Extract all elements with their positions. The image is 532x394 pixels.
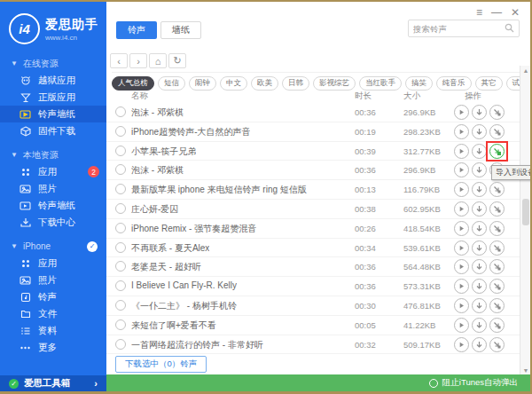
sidebar-item-profile[interactable]: 资料 <box>0 322 106 339</box>
download-button[interactable] <box>472 337 487 352</box>
sidebar-item-ringtone[interactable]: 铃声 <box>0 288 106 305</box>
category-pill[interactable]: 纯音乐 <box>436 76 472 91</box>
row-checkbox[interactable] <box>115 146 126 156</box>
import-to-device-button[interactable] <box>489 279 505 294</box>
row-checkbox[interactable] <box>115 126 126 137</box>
table-row[interactable]: 泡沫 - 邓紫棋 00:36 296.9KB <box>106 161 520 180</box>
play-button[interactable] <box>454 337 469 352</box>
scrollbar-thumb[interactable] <box>522 199 529 225</box>
sidebar-item-photos[interactable]: 照片 <box>0 272 106 288</box>
category-pill[interactable]: 人气总榜 <box>112 76 154 91</box>
import-to-device-button[interactable] <box>489 221 505 236</box>
download-selected-button[interactable]: 下载选中（0）铃声 <box>115 356 207 373</box>
sidebar-item-firmware-download[interactable]: 固件下载 <box>0 122 106 139</box>
home-button[interactable]: ⌂ <box>149 53 167 68</box>
download-button[interactable] <box>472 105 487 120</box>
play-button[interactable] <box>454 182 469 197</box>
sidebar-item-ringtone-wallpaper[interactable]: 铃声墙纸 <box>0 197 106 214</box>
table-row[interactable]: iPhone超赞铃声-大自然的声音 00:19 298.23KB <box>106 122 520 142</box>
play-button[interactable] <box>454 298 469 313</box>
sidebar-section-header[interactable]: ▼iPhone✓ <box>0 238 106 255</box>
sidebar-item-ringtone-wallpaper[interactable]: 铃声墙纸 <box>0 106 106 122</box>
toolbox-bar[interactable]: ✓ 爱思工具箱 › <box>0 375 106 391</box>
play-button[interactable] <box>454 279 469 294</box>
row-checkbox[interactable] <box>115 261 126 272</box>
import-to-device-button[interactable] <box>489 105 505 120</box>
import-to-device-button[interactable] <box>489 298 505 313</box>
play-button[interactable] <box>454 240 469 256</box>
category-pill[interactable]: 闹钟 <box>189 76 216 91</box>
category-pill[interactable]: 其它 <box>475 76 503 91</box>
import-to-device-button[interactable] <box>489 337 505 352</box>
play-button[interactable] <box>454 221 469 236</box>
minimize-icon[interactable]: — <box>491 7 502 18</box>
download-button[interactable] <box>472 279 487 294</box>
sidebar-item-download-center[interactable]: 下载中心 <box>0 214 106 231</box>
category-pill[interactable]: 短信 <box>158 76 185 91</box>
table-row[interactable]: 一首网络超流行的铃声 - 非常好听 00:32 509.17KB <box>106 335 520 355</box>
table-row[interactable]: 小苹果-筷子兄弟 00:39 312.77KB <box>106 142 520 162</box>
download-button[interactable] <box>472 298 487 313</box>
table-row[interactable]: 老婆是天 - 超好听 00:36 564.48KB <box>106 257 520 277</box>
category-pill[interactable]: 欧美 <box>251 76 278 91</box>
category-pill[interactable]: 日韩 <box>282 76 309 91</box>
category-pill[interactable]: 搞笑 <box>405 76 433 91</box>
row-checkbox[interactable] <box>115 164 126 175</box>
refresh-button[interactable]: ↻ <box>168 53 186 68</box>
sidebar-item-photos[interactable]: 照片 <box>0 180 106 197</box>
download-button[interactable] <box>472 240 487 256</box>
sidebar-item-jailbreak-apps[interactable]: 越狱应用 <box>0 72 106 89</box>
import-to-device-button[interactable] <box>489 201 505 217</box>
sidebar-section-header[interactable]: ▼本地资源 <box>0 146 106 163</box>
sidebar-item-genuine-apps[interactable]: 正版应用 <box>0 89 106 106</box>
sidebar-item-apps-grid[interactable]: 应用 <box>0 255 106 272</box>
import-to-device-button[interactable] <box>489 182 505 197</box>
download-button[interactable] <box>472 144 487 159</box>
tab-wallpaper[interactable]: 墙纸 <box>160 21 201 39</box>
sidebar-item-files[interactable]: 文件 <box>0 305 106 322</box>
download-button[interactable] <box>472 221 487 236</box>
search-icon[interactable] <box>505 20 514 36</box>
category-pill[interactable]: 中文 <box>220 76 247 91</box>
import-to-device-button[interactable] <box>489 144 505 159</box>
import-to-device-button[interactable] <box>489 124 505 139</box>
menu-icon[interactable]: ≡ <box>476 7 482 18</box>
category-pill[interactable]: 影视综艺 <box>313 76 356 91</box>
sidebar-item-more-dots[interactable]: 更多 <box>0 339 106 356</box>
download-button[interactable] <box>472 162 487 177</box>
table-row[interactable]: 庄心妍-爱囚 00:38 602.95KB <box>106 200 520 219</box>
table-row[interactable]: iPhone Remix - 强节奏超赞混音 00:26 418.54KB <box>106 219 520 239</box>
play-button[interactable] <box>454 162 469 177</box>
forward-button[interactable]: › <box>129 53 147 68</box>
row-checkbox[interactable] <box>115 339 126 350</box>
import-to-device-button[interactable] <box>489 259 505 274</box>
tab-ringtone[interactable]: 铃声 <box>116 21 157 39</box>
table-row[interactable]: 《一仆二主》 - 杨树手机铃 00:30 476.81KB <box>106 296 520 316</box>
row-checkbox[interactable] <box>115 280 126 291</box>
row-checkbox[interactable] <box>115 300 126 311</box>
download-button[interactable] <box>472 182 487 197</box>
row-checkbox[interactable] <box>115 319 126 330</box>
search-box[interactable] <box>408 20 520 37</box>
download-button[interactable] <box>472 124 487 139</box>
table-row[interactable]: 不再联系 - 夏天Alex 00:34 539.61KB <box>106 239 520 258</box>
play-button[interactable] <box>454 201 469 217</box>
import-to-device-button[interactable] <box>489 240 505 256</box>
download-button[interactable] <box>472 318 487 333</box>
scrollbar[interactable]: ▲ ▼ <box>520 66 530 375</box>
play-button[interactable] <box>454 144 469 159</box>
table-row[interactable]: I Believe I Can Fly-R. Kelly 00:36 573.3… <box>106 277 520 296</box>
play-button[interactable] <box>454 124 469 139</box>
play-button[interactable] <box>454 105 469 120</box>
itunes-checkbox[interactable] <box>429 379 438 388</box>
row-checkbox[interactable] <box>115 203 126 214</box>
download-button[interactable] <box>472 201 487 217</box>
back-button[interactable]: ‹ <box>110 53 128 68</box>
row-checkbox[interactable] <box>115 223 126 233</box>
table-row[interactable]: 来短信了啊+爱看不看 00:05 41.22KB <box>106 316 520 335</box>
import-to-device-button[interactable] <box>489 318 505 333</box>
sidebar-item-apps-grid[interactable]: 应用2 <box>0 163 106 180</box>
row-checkbox[interactable] <box>115 184 126 194</box>
scroll-up-icon[interactable]: ▲ <box>520 66 530 75</box>
category-pill[interactable]: 当红歌手 <box>359 76 402 91</box>
